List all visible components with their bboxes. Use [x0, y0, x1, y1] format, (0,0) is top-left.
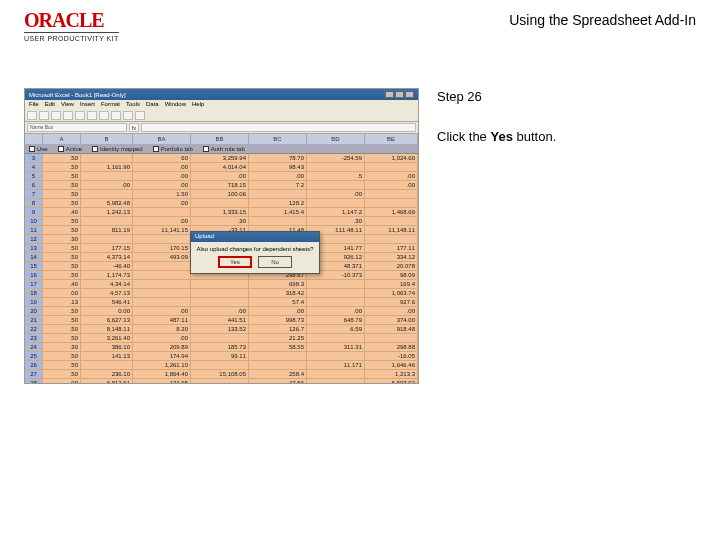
- col-b[interactable]: B: [81, 134, 133, 144]
- menu-item[interactable]: Help: [192, 101, 204, 109]
- check-identity[interactable]: Identity mapped: [92, 146, 143, 152]
- instruction-text: Click the Yes button.: [437, 128, 696, 146]
- menu-item[interactable]: Window: [165, 101, 186, 109]
- upk-subtitle: USER PRODUCTIVITY KIT: [24, 32, 119, 42]
- formula-input[interactable]: [141, 123, 416, 132]
- col-bd[interactable]: BD: [307, 134, 365, 144]
- table-row[interactable]: 5.50.00.00.00.5.00: [25, 172, 418, 181]
- menu-item[interactable]: File: [29, 101, 39, 109]
- table-row[interactable]: 28.006,812.61174.9547.565,593.02: [25, 379, 418, 384]
- minimize-icon[interactable]: [385, 91, 394, 98]
- table-row[interactable]: 8.505,982.48.00128.2: [25, 199, 418, 208]
- table-row[interactable]: 9.401,242.131,333.151,415.41,147.21,468.…: [25, 208, 418, 217]
- toolbar-icon[interactable]: [51, 111, 61, 120]
- col-ba[interactable]: BA: [133, 134, 191, 144]
- toolbar-icon[interactable]: [27, 111, 37, 120]
- dialog-message: Also upload changes for dependent sheets…: [191, 242, 319, 256]
- table-row[interactable]: 23.503,261.40.0021.25: [25, 334, 418, 343]
- col-a[interactable]: A: [43, 134, 81, 144]
- page-title: Using the Spreadsheet Add-In: [509, 10, 696, 28]
- screenshot-thumbnail: Microsoft Excel - Book1 [Read-Only] File…: [24, 88, 419, 384]
- table-row[interactable]: 18.004,57.13318.421,063.74: [25, 289, 418, 298]
- check-use[interactable]: Use: [29, 146, 48, 152]
- col-be[interactable]: BE: [365, 134, 418, 144]
- toolbar-icon[interactable]: [111, 111, 121, 120]
- toolbar-icon[interactable]: [99, 111, 109, 120]
- table-row[interactable]: 20.500.00.00.00.00.00.00: [25, 307, 418, 316]
- formula-bar: Name Box fx: [25, 122, 418, 134]
- window-title: Microsoft Excel - Book1 [Read-Only]: [29, 92, 126, 98]
- menu-item[interactable]: View: [61, 101, 74, 109]
- table-row[interactable]: 25.50141.13174.9499.11-16.05: [25, 352, 418, 361]
- column-headers: A B BA BB BC BD BE: [25, 134, 418, 144]
- menu-item[interactable]: Format: [101, 101, 120, 109]
- col-bc[interactable]: BC: [249, 134, 307, 144]
- table-row[interactable]: 19.13546.4157.4927.6: [25, 298, 418, 307]
- table-row[interactable]: 21.506,627.13487.11441.51998.73648.79374…: [25, 316, 418, 325]
- table-row[interactable]: 6.50.00.00718.157.2.00: [25, 181, 418, 190]
- menu-item[interactable]: Data: [146, 101, 159, 109]
- table-row[interactable]: 22.508,148.118.20133.52126.76.59918.48: [25, 325, 418, 334]
- toolbar-icon[interactable]: [75, 111, 85, 120]
- col-corner[interactable]: [25, 134, 43, 144]
- table-row[interactable]: 4.501,161.90.004,014.0498.43: [25, 163, 418, 172]
- toolbar-icon[interactable]: [39, 111, 49, 120]
- table-row[interactable]: 17.404,34.14698.3169.4: [25, 280, 418, 289]
- upload-dialog: Upload Also upload changes for dependent…: [190, 231, 320, 274]
- check-portfolio[interactable]: Portfolio tab: [153, 146, 193, 152]
- instruction-panel: Step 26 Click the Yes button.: [437, 88, 696, 384]
- no-button[interactable]: No: [258, 256, 292, 268]
- table-row[interactable]: 26.501,261.1011.1711,646.46: [25, 361, 418, 370]
- yes-button[interactable]: Yes: [218, 256, 252, 268]
- check-active[interactable]: Active: [58, 146, 82, 152]
- step-label: Step 26: [437, 88, 696, 106]
- table-row[interactable]: 7.501.50100.06.00: [25, 190, 418, 199]
- logo-block: ORACLE USER PRODUCTIVITY KIT: [24, 10, 119, 42]
- menu-item[interactable]: Edit: [45, 101, 55, 109]
- toolbar-1: [25, 110, 418, 122]
- menu-item[interactable]: Tools: [126, 101, 140, 109]
- table-row[interactable]: 27.50236.101,864.4015,108.05258.41,213.3: [25, 370, 418, 379]
- dialog-title: Upload: [191, 232, 319, 242]
- menu-item[interactable]: Insert: [80, 101, 95, 109]
- name-box[interactable]: Name Box: [27, 123, 127, 132]
- table-row[interactable]: 24.30386.10209.89185.7358.55311.31298.88: [25, 343, 418, 352]
- window-buttons: [385, 91, 414, 98]
- col-bb[interactable]: BB: [191, 134, 249, 144]
- maximize-icon[interactable]: [395, 91, 404, 98]
- check-auth[interactable]: Auth rule tab: [203, 146, 245, 152]
- fx-icon[interactable]: fx: [129, 123, 139, 132]
- toolbar-icon[interactable]: [87, 111, 97, 120]
- window-titlebar: Microsoft Excel - Book1 [Read-Only]: [25, 89, 418, 100]
- oracle-logo: ORACLE: [24, 10, 119, 30]
- toolbar-icon[interactable]: [123, 111, 133, 120]
- filter-checkbar: Use Active Identity mapped Portfolio tab…: [25, 144, 418, 154]
- close-icon[interactable]: [405, 91, 414, 98]
- toolbar-icon[interactable]: [135, 111, 145, 120]
- table-row[interactable]: 3.50603,259.9478.70-254.591,024.60: [25, 154, 418, 163]
- table-row[interactable]: 10.50.00.30.30: [25, 217, 418, 226]
- toolbar-icon[interactable]: [63, 111, 73, 120]
- menubar: File Edit View Insert Format Tools Data …: [25, 100, 418, 110]
